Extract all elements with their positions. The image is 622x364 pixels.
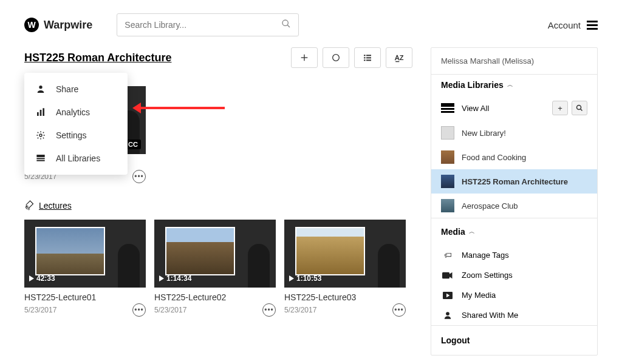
svg-point-15 [39,134,42,136]
search-library-button[interactable] [572,101,587,115]
svg-rect-9 [364,59,366,61]
search-input[interactable] [125,20,281,30]
sidebar-library-item[interactable]: New Library! [431,121,597,145]
svg-rect-16 [36,155,44,157]
svg-line-1 [287,25,290,27]
record-button[interactable] [323,47,349,68]
logo[interactable]: W Warpwire [24,18,92,32]
dropdown-share[interactable]: Share [24,78,128,101]
account-label: Account [548,20,581,30]
analytics-icon [35,107,46,118]
sidebar-zoom-settings[interactable]: Zoom Settings [431,265,597,285]
library-label: Food and Cooking [462,153,526,162]
sidebar-library-item[interactable]: Aerospace Club [431,194,597,218]
svg-point-11 [39,86,42,89]
dropdown-settings[interactable]: Settings [24,124,128,147]
svg-rect-10 [366,59,371,61]
add-button[interactable] [291,47,318,68]
video-thumbnail[interactable]: 1:14:34 [154,220,276,288]
video-card[interactable]: 1:14:34 HST225-Lecture02 5/23/2017 ••• [154,220,276,317]
sidebar-library-item[interactable]: Food and Cooking [431,145,597,169]
video-grid: 42:33 HST225-Lecture01 5/23/2017 ••• 1:1… [24,220,412,317]
logo-icon: W [24,18,39,32]
svg-point-23 [446,312,449,315]
sidebar-shared-with-me[interactable]: Shared With Me [431,305,597,325]
annotation-arrow [140,107,225,109]
search-box[interactable] [117,13,299,36]
logout-button[interactable]: Logout [431,326,597,355]
video-duration: 42:33 [36,274,55,283]
video-title: HST225-Lecture03 [284,292,406,302]
person-icon [441,311,454,320]
svg-point-19 [577,106,581,110]
sidebar: Melissa Marshall (Melissa) Media Librari… [431,47,598,356]
video-date: 5/23/2017 [24,306,56,314]
video-thumbnail[interactable]: 42:33 [24,220,146,288]
dropdown-analytics-label: Analytics [56,107,90,117]
play-icon [29,275,34,281]
page-title[interactable]: HST225 Roman Architecture [24,52,285,64]
video-date: 5/23/2017 [284,306,316,314]
tag-row: 🏷 Lectures [24,200,412,211]
video-card[interactable]: 42:33 HST225-Lecture01 5/23/2017 ••• [24,220,146,317]
header: W Warpwire Account [0,0,622,47]
sidebar-my-media[interactable]: My Media [431,285,597,305]
sidebar-manage-tags[interactable]: 🏷Manage Tags [431,245,597,265]
more-button[interactable]: ••• [262,303,276,317]
sidebar-view-all[interactable]: View All + [431,95,597,121]
tag-label[interactable]: Lectures [39,201,72,211]
video-date: 5/23/2017 [154,306,186,314]
dropdown-settings-label: Settings [56,130,87,140]
video-title: HST225-Lecture02 [154,292,276,302]
video-duration: 1:10:53 [296,274,321,283]
tag-icon: 🏷 [441,251,454,260]
tag-icon: 🏷 [22,198,36,213]
logo-text: Warpwire [44,19,92,32]
library-label: Aerospace Club [462,201,518,211]
more-button[interactable]: ••• [132,303,146,317]
toolbar: A̲Z [291,47,412,68]
dropdown-share-label: Share [56,84,78,94]
library-thumb-icon [441,199,454,212]
view-all-label: View All [462,104,545,113]
video-title: HST225-Lecture01 [24,292,146,302]
library-label: HST225 Roman Architecture [462,177,568,186]
libraries-icon [35,153,46,164]
library-thumb-icon [441,175,454,188]
sidebar-user: Melissa Marshall (Melissa) [431,48,597,75]
sidebar-library-item[interactable]: HST225 Roman Architecture [431,169,597,194]
svg-rect-13 [40,110,42,116]
svg-rect-12 [37,112,39,116]
svg-rect-6 [366,55,371,56]
search-icon[interactable] [281,19,291,31]
account-menu[interactable]: Account [548,20,598,30]
chevron-up-icon[interactable]: ︿ [469,228,475,236]
more-button[interactable]: ••• [132,170,146,183]
svg-rect-8 [366,57,371,58]
chevron-up-icon[interactable]: ︿ [507,81,513,89]
sort-button[interactable]: A̲Z [386,47,412,68]
library-thumb-icon [441,150,454,164]
manage-tags-label: Manage Tags [462,251,509,260]
hamburger-icon[interactable] [587,21,598,30]
add-library-button[interactable]: + [552,101,568,115]
play-icon [289,275,294,281]
shared-with-me-label: Shared With Me [462,311,518,320]
library-thumb-icon [441,126,454,140]
my-media-label: My Media [462,291,496,300]
svg-rect-21 [442,272,449,278]
video-duration: 1:14:34 [166,274,191,283]
dropdown-analytics[interactable]: Analytics [24,101,128,124]
svg-rect-7 [364,57,366,58]
dropdown-all-libraries-label: All Libraries [56,153,100,163]
video-card[interactable]: 1:10:53 HST225-Lecture03 5/23/2017 ••• [284,220,406,317]
page-title-row: HST225 Roman Architecture A̲Z [24,47,412,68]
svg-point-4 [333,55,340,61]
options-dropdown: Share Analytics Settings All Libraries [24,73,128,175]
more-button[interactable]: ••• [392,303,406,317]
library-label: New Library! [462,129,506,138]
video-thumbnail[interactable]: 1:10:53 [284,220,406,288]
list-view-button[interactable] [354,47,381,68]
dropdown-all-libraries[interactable]: All Libraries [24,147,128,170]
media-heading: Media [441,227,465,237]
